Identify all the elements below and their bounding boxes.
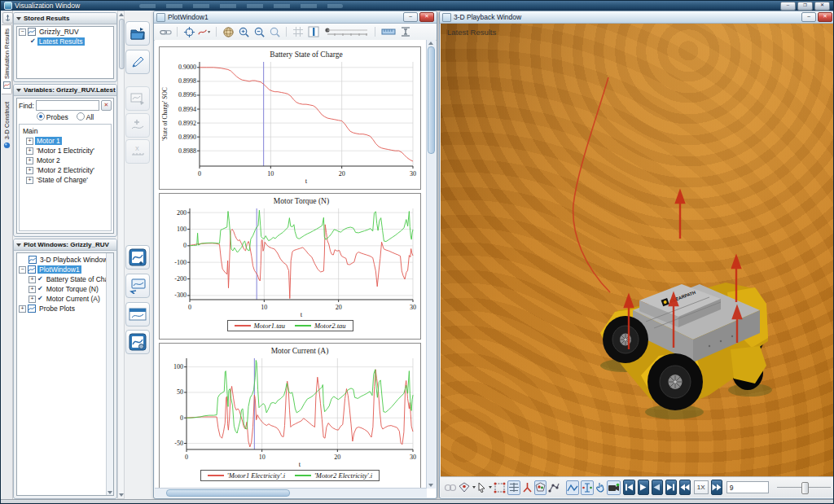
expand-icon[interactable] [26, 157, 33, 164]
panel-scrollbar[interactable] [106, 253, 113, 495]
playback-window-titlebar[interactable]: 3-D Playback Window [440, 11, 834, 24]
axes-icon[interactable] [522, 480, 533, 495]
minimize-button[interactable] [780, 2, 796, 11]
select-cursor-icon[interactable] [477, 480, 486, 495]
extents-icon[interactable] [399, 25, 412, 38]
tree-item-state-of-charge[interactable]: 'State of Charge' [20, 175, 111, 185]
expand-icon[interactable] [29, 296, 36, 303]
faster-button[interactable] [711, 480, 722, 495]
tree-item-battery-soc[interactable]: Battery State of Charge [17, 274, 113, 284]
sidebar-scrollbar[interactable] [117, 11, 125, 499]
expand-icon[interactable] [26, 167, 33, 174]
plot-settings-button[interactable] [125, 330, 150, 354]
plot-strip-button[interactable] [125, 302, 150, 327]
stored-results-header[interactable]: Stored Results [14, 13, 116, 24]
expand-icon[interactable] [29, 276, 36, 283]
tree-item-motor2[interactable]: Motor 2 [20, 156, 111, 165]
plot-windows-tree: 3-D Playback Window PlotWindow1 Battery … [16, 252, 114, 496]
collapse-icon[interactable] [19, 28, 26, 36]
plot-vertical-scrollbar[interactable] [426, 40, 436, 489]
slower-button[interactable] [679, 480, 691, 495]
slider-thumb[interactable] [801, 482, 809, 494]
plot-window-titlebar[interactable]: PlotWindow1 [154, 11, 437, 24]
expand-icon[interactable] [26, 138, 33, 145]
tree-item-motor-torque[interactable]: Motor Torque (N) [17, 284, 113, 294]
plot-windows-header[interactable]: Plot Windows: Grizzly_RUV [14, 239, 116, 251]
open-results-button[interactable] [125, 21, 150, 46]
restore-button[interactable] [797, 2, 813, 11]
zoom-out-icon[interactable] [252, 25, 266, 38]
tree-item-motor2-electricity[interactable]: 'Motor 2 Electricity' [20, 165, 111, 175]
window-bottom-frame [1, 499, 834, 504]
grid-icon[interactable] [292, 25, 305, 38]
tree-item-main[interactable]: Main [20, 126, 111, 136]
tree-item-plotwindow1[interactable]: PlotWindow1 [17, 265, 113, 274]
edit-button[interactable] [125, 50, 150, 74]
close-button[interactable] [814, 2, 830, 11]
skip-end-button[interactable] [665, 480, 677, 495]
minimize-button[interactable] [801, 12, 816, 22]
expand-icon[interactable] [29, 286, 36, 293]
close-button[interactable] [419, 12, 434, 22]
tree-item-latest-results[interactable]: Latest Results [17, 37, 113, 46]
trajectory-icon[interactable] [548, 480, 560, 495]
export-plot-button[interactable] [125, 86, 150, 111]
tree-item-3d-playback-window[interactable]: 3-D Playback Window [17, 255, 113, 265]
minimize-button[interactable] [403, 12, 418, 22]
tree-item-motor-current[interactable]: Motor Current (A) [17, 294, 113, 304]
chart-battery-soc[interactable]: Battery State of Charge0.90000.89980.899… [159, 46, 421, 190]
link-icon[interactable] [159, 25, 172, 38]
probe-curve-icon[interactable] [566, 480, 579, 495]
chart-motor-torque[interactable]: Motor Torque (N)2001000-100-200-30001020… [159, 193, 421, 340]
zoom-fit-icon[interactable] [494, 480, 506, 495]
stereo-icon[interactable] [444, 480, 457, 495]
radio-probes[interactable]: Probes [37, 112, 68, 121]
time-slider[interactable] [323, 25, 370, 38]
expand-icon[interactable] [19, 305, 26, 313]
variables-header[interactable]: Variables: Grizzly_RUV.Latest Results [14, 85, 116, 96]
collapse-icon[interactable] [19, 266, 26, 274]
find-input[interactable] [36, 100, 99, 111]
3d-viewport[interactable]: Latest Results [441, 24, 834, 476]
expand-icon[interactable] [26, 147, 33, 155]
curves-dropdown-icon[interactable] [198, 25, 211, 38]
svg-text:-200: -200 [174, 275, 187, 283]
cursor-line-icon[interactable] [581, 480, 594, 495]
chart-motor-current[interactable]: Motor Current (A)100500-500102030t'Motor… [159, 343, 421, 490]
skip-start-button[interactable] [623, 480, 634, 495]
stored-results-panel: Stored Results Grizzly_RUV Latest Result… [13, 12, 117, 82]
tab-simulation-results[interactable]: Simulation Results [2, 24, 12, 94]
new-plot-window-button[interactable] [125, 245, 150, 270]
tree-item-motor1-electricity[interactable]: 'Motor 1 Electricity' [20, 146, 111, 156]
frame-input[interactable] [726, 481, 769, 493]
tab-3d-construct[interactable]: 3-D Construct [2, 99, 12, 160]
play-backwards-button[interactable] [652, 480, 663, 495]
show-in-simulation-button[interactable] [125, 274, 150, 298]
svg-text:20: 20 [336, 304, 342, 311]
cursor-bar-icon[interactable] [307, 25, 320, 38]
grid-toggle-icon[interactable] [507, 480, 520, 495]
pin-icon[interactable] [2, 12, 13, 24]
zoom-in-icon[interactable] [237, 25, 250, 38]
clear-find-icon[interactable] [101, 100, 112, 111]
playback-slider[interactable] [777, 481, 831, 493]
close-button[interactable] [818, 12, 832, 22]
svg-text:Battery State of Charge: Battery State of Charge [270, 50, 342, 59]
rotate-icon[interactable] [222, 25, 235, 38]
tree-item-probe-plots[interactable]: Probe Plots [17, 304, 113, 313]
tree-item-motor1[interactable]: Motor 1 [20, 136, 111, 146]
x-axis-button[interactable]: X [125, 139, 150, 164]
record-icon[interactable] [607, 480, 621, 495]
radio-all[interactable]: All [77, 112, 94, 121]
camera-views-icon[interactable] [459, 480, 470, 495]
add-curve-button[interactable] [125, 113, 150, 138]
expand-icon[interactable] [26, 177, 33, 184]
ruler-icon[interactable] [380, 25, 397, 38]
plot-horizontal-scrollbar[interactable] [155, 488, 427, 497]
touch-probe-icon[interactable] [595, 480, 605, 495]
zoom-window-icon[interactable] [268, 25, 281, 38]
camera-track-icon[interactable] [534, 480, 546, 495]
play-button[interactable] [638, 480, 649, 495]
tree-item-grizzly-ruv[interactable]: Grizzly_RUV [17, 27, 113, 37]
probe-icon[interactable] [182, 25, 195, 38]
